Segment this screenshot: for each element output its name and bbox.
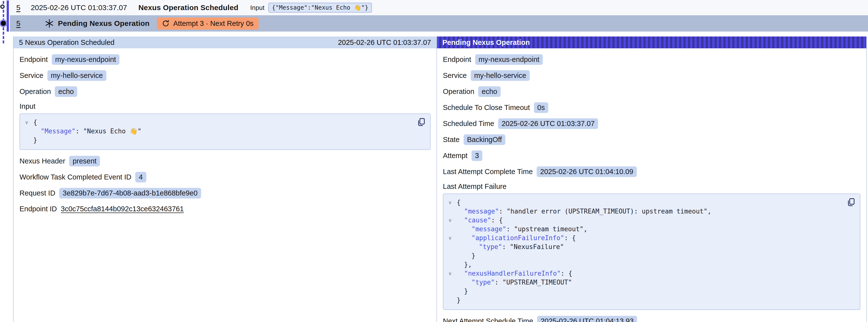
field-value-badge: echo [55,86,77,97]
json-key: "type" [471,279,495,286]
json-content: "message": "handler error (UPSTREAM_TIME… [457,207,711,216]
field-label: Endpoint [443,56,471,64]
field-row: Endpointmy-nexus-endpoint [20,54,431,65]
field-row: Last Attempt Complete Time2025-02-26 UTC… [443,166,860,177]
field-row: Nexus Headerpresent [20,156,431,166]
event-title: Nexus Operation Scheduled [138,3,238,12]
chevron-down-icon[interactable]: ∨ [443,233,457,243]
field-value-badge: 2025-02-26 UTC 01:03:37.07 [498,118,598,129]
json-text: } [457,296,461,304]
json-content: "type": "NexusFailure" [457,243,564,251]
event-detail-panels: 5 Nexus Operation Scheduled 2025-02-26 U… [13,36,867,322]
json-content: } [457,296,461,304]
input-preview-badge: {"Message":"Nexus Echo 👋"} [269,3,372,12]
failure-json-block: ∨{"message": "handler error (UPSTREAM_TI… [443,194,860,310]
timeline-open-circle [0,4,5,9]
field-row: Next Attempt Schedule Time2025-02-26 UTC… [443,316,860,322]
json-content: "type": "UPSTREAM_TIMEOUT" [457,278,572,287]
event-history-view: 5 2025-02-26 UTC 01:03:37.07 Nexus Opera… [0,0,868,322]
chevron-down-icon[interactable]: ∨ [20,118,33,127]
field-row: StateBackingOff [443,134,860,145]
json-content: { [457,198,461,207]
json-line: }, [443,260,843,269]
json-text: { [33,119,37,126]
field-row: Operationecho [20,86,431,97]
active-event-group-indicator [7,0,9,32]
json-line: ∨"applicationFailureInfo": { [443,233,843,243]
json-text: : "handler error (UPSTREAM_TIMEOUT): ups… [499,207,711,215]
json-line: } [443,287,843,296]
field-row: Servicemy-hello-service [443,70,860,81]
retry-badge-text: Attempt 3 · Next Retry 0s [173,20,254,28]
field-row: Schedule To Close Timeout0s [443,102,860,113]
field-row: Endpoint ID3c0c75ccfa8144b092c13ce632463… [20,204,431,214]
field-value-badge: my-nexus-endpoint [52,54,120,65]
chevron-down-icon[interactable]: ∨ [443,198,457,207]
field-label: Endpoint [20,56,48,64]
copy-button[interactable] [846,197,856,207]
field-label: Schedule To Close Timeout [443,103,530,112]
json-text: : "Nexus Echo 👋" [75,127,142,135]
field-value-badge: 0s [534,102,549,113]
event-id-link[interactable]: 5 [16,19,21,28]
event-row-scheduled[interactable]: 5 2025-02-26 UTC 01:03:37.07 Nexus Opera… [10,0,868,15]
panel-timestamp: 2025-02-26 UTC 01:03:37.07 [338,38,431,46]
copy-icon [417,118,426,127]
json-line: "type": "NexusFailure" [443,243,843,251]
copy-icon [846,198,856,206]
json-key: "applicationFailureInfo" [471,234,564,242]
panel-header-pending: Pending Nexus Operation [437,36,866,48]
timeline-filled-circle [1,21,6,26]
json-line: } [443,296,843,304]
event-row-pending[interactable]: 5 Pending Nexus Operation Attempt 3 · Ne… [10,15,868,32]
json-content: } [457,287,468,296]
chevron-down-icon[interactable]: ∨ [443,269,457,278]
chevron-down-icon[interactable]: ∨ [443,216,457,225]
json-key: "Message" [41,127,75,135]
field-row: Request ID3e829b7e-7d67-4b08-aad3-b1e868… [20,188,431,198]
json-line: } [443,251,843,260]
json-content: "message": "upstream timeout", [457,225,587,233]
field-value-badge: 3e829b7e-7d67-4b08-aad3-b1e868bfe9e0 [59,188,201,198]
field-value-badge: BackingOff [464,134,505,145]
field-label: Next Attempt Schedule Time [443,317,533,322]
panel-body: Endpointmy-nexus-endpointServicemy-hello… [437,48,866,322]
field-value-badge: my-nexus-endpoint [475,54,543,65]
json-content: "cause": { [457,216,503,225]
json-key: "type" [479,243,502,251]
json-text: : { [491,217,503,224]
event-detail-panel-scheduled: 5 Nexus Operation Scheduled 2025-02-26 U… [13,36,437,322]
json-content: }, [457,260,472,269]
json-key: "cause" [464,217,491,224]
failure-section-label: Last Attempt Failure [443,183,860,191]
field-value-badge: 2025-02-26 UTC 01:04:10.09 [537,166,637,177]
field-value-badge: present [69,156,100,166]
json-text: } [471,252,475,259]
field-value-badge: echo [478,86,501,97]
json-key: "nexusHandlerFailureInfo" [464,270,561,277]
event-title: Pending Nexus Operation [58,19,150,28]
json-text: : { [564,234,576,242]
copy-button[interactable] [417,117,426,127]
panel-title: Pending Nexus Operation [442,38,530,46]
event-id-link[interactable]: 5 [16,3,21,12]
field-value-badge: 4 [135,172,146,183]
json-text: } [464,288,468,295]
json-content: "Message": "Nexus Echo 👋" [33,127,142,136]
field-row: Attempt3 [443,151,860,161]
field-label: Operation [20,88,51,96]
input-label: Input [250,4,265,11]
json-text: : { [561,270,572,277]
json-content: } [33,136,37,144]
field-label: Attempt [443,152,468,160]
field-value-badge: my-hello-service [48,70,106,81]
json-key: "message" [464,207,499,215]
field-label: Scheduled Time [443,120,494,128]
field-value-link[interactable]: 3c0c75ccfa8144b092c13ce632463761 [61,205,184,213]
field-label: State [443,136,460,144]
json-line: ∨"nexusHandlerFailureInfo": { [443,269,843,278]
field-label: Endpoint ID [20,205,57,213]
json-line: ∨{ [443,198,843,207]
event-timestamp: 2025-02-26 UTC 01:03:37.07 [31,3,127,12]
input-section-label: Input [20,102,431,110]
